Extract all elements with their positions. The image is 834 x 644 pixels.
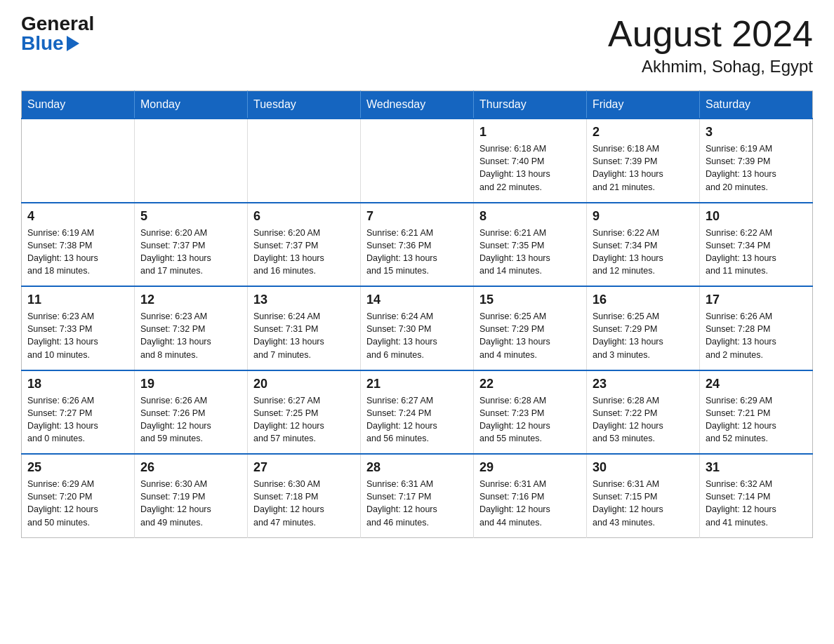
calendar-cell: 15Sunrise: 6:25 AMSunset: 7:29 PMDayligh… [474, 286, 587, 370]
calendar-cell: 13Sunrise: 6:24 AMSunset: 7:31 PMDayligh… [248, 286, 361, 370]
day-info: Sunrise: 6:20 AMSunset: 7:37 PMDaylight:… [140, 227, 241, 278]
weekday-header-saturday: Saturday [700, 91, 813, 119]
calendar-cell: 27Sunrise: 6:30 AMSunset: 7:18 PMDayligh… [248, 454, 361, 537]
calendar-cell: 25Sunrise: 6:29 AMSunset: 7:20 PMDayligh… [22, 454, 135, 537]
day-number: 22 [479, 377, 581, 391]
calendar-cell: 6Sunrise: 6:20 AMSunset: 7:37 PMDaylight… [248, 203, 361, 287]
day-number: 31 [706, 460, 807, 475]
calendar-cell: 30Sunrise: 6:31 AMSunset: 7:15 PMDayligh… [587, 454, 700, 537]
page-header: General Blue August 2024 Akhmim, Sohag, … [21, 14, 813, 76]
day-number: 19 [140, 377, 241, 391]
day-info: Sunrise: 6:19 AMSunset: 7:38 PMDaylight:… [27, 227, 128, 278]
day-info: Sunrise: 6:28 AMSunset: 7:22 PMDaylight:… [593, 394, 694, 445]
calendar-cell: 28Sunrise: 6:31 AMSunset: 7:17 PMDayligh… [361, 454, 474, 537]
weekday-header-tuesday: Tuesday [248, 91, 361, 119]
calendar-cell: 9Sunrise: 6:22 AMSunset: 7:34 PMDaylight… [587, 203, 700, 287]
weekday-header-monday: Monday [135, 91, 248, 119]
day-info: Sunrise: 6:26 AMSunset: 7:28 PMDaylight:… [706, 310, 807, 361]
day-number: 17 [706, 293, 807, 307]
day-info: Sunrise: 6:21 AMSunset: 7:35 PMDaylight:… [479, 227, 581, 278]
calendar-cell: 11Sunrise: 6:23 AMSunset: 7:33 PMDayligh… [22, 286, 135, 370]
day-number: 1 [479, 125, 581, 140]
day-info: Sunrise: 6:31 AMSunset: 7:16 PMDaylight:… [479, 478, 581, 529]
logo-triangle-icon [67, 36, 79, 51]
weekday-header-friday: Friday [587, 91, 700, 119]
calendar-cell: 17Sunrise: 6:26 AMSunset: 7:28 PMDayligh… [700, 286, 813, 370]
calendar-cell: 12Sunrise: 6:23 AMSunset: 7:32 PMDayligh… [135, 286, 248, 370]
calendar-cell: 26Sunrise: 6:30 AMSunset: 7:19 PMDayligh… [135, 454, 248, 537]
calendar-cell: 29Sunrise: 6:31 AMSunset: 7:16 PMDayligh… [474, 454, 587, 537]
logo-blue-text: Blue [21, 34, 64, 53]
calendar-cell: 10Sunrise: 6:22 AMSunset: 7:34 PMDayligh… [700, 203, 813, 287]
day-number: 16 [593, 293, 694, 307]
day-number: 12 [140, 293, 241, 307]
weekday-header-sunday: Sunday [22, 91, 135, 119]
day-info: Sunrise: 6:24 AMSunset: 7:30 PMDaylight:… [366, 310, 468, 361]
logo-general-text: General [21, 14, 94, 34]
day-number: 26 [140, 460, 241, 475]
calendar-cell: 22Sunrise: 6:28 AMSunset: 7:23 PMDayligh… [474, 370, 587, 455]
calendar-header-row: SundayMondayTuesdayWednesdayThursdayFrid… [22, 91, 813, 119]
day-info: Sunrise: 6:26 AMSunset: 7:27 PMDaylight:… [27, 394, 128, 445]
day-number: 7 [366, 209, 468, 224]
day-info: Sunrise: 6:22 AMSunset: 7:34 PMDaylight:… [593, 227, 694, 278]
calendar-cell: 3Sunrise: 6:19 AMSunset: 7:39 PMDaylight… [700, 119, 813, 203]
day-info: Sunrise: 6:27 AMSunset: 7:25 PMDaylight:… [253, 394, 355, 445]
calendar-cell: 16Sunrise: 6:25 AMSunset: 7:29 PMDayligh… [587, 286, 700, 370]
month-year-title: August 2024 [608, 14, 813, 54]
day-number: 9 [593, 209, 694, 224]
day-info: Sunrise: 6:31 AMSunset: 7:17 PMDaylight:… [366, 478, 468, 529]
day-info: Sunrise: 6:18 AMSunset: 7:39 PMDaylight:… [593, 142, 694, 194]
calendar-cell: 4Sunrise: 6:19 AMSunset: 7:38 PMDaylight… [22, 203, 135, 287]
calendar-cell [361, 119, 474, 203]
day-info: Sunrise: 6:29 AMSunset: 7:20 PMDaylight:… [27, 478, 128, 529]
calendar-cell: 20Sunrise: 6:27 AMSunset: 7:25 PMDayligh… [248, 370, 361, 455]
day-info: Sunrise: 6:32 AMSunset: 7:14 PMDaylight:… [706, 478, 807, 529]
day-number: 11 [27, 293, 128, 307]
calendar-cell: 7Sunrise: 6:21 AMSunset: 7:36 PMDaylight… [361, 203, 474, 287]
day-info: Sunrise: 6:26 AMSunset: 7:26 PMDaylight:… [140, 394, 241, 445]
weekday-header-thursday: Thursday [474, 91, 587, 119]
calendar-week-row: 25Sunrise: 6:29 AMSunset: 7:20 PMDayligh… [22, 454, 813, 537]
calendar-cell: 18Sunrise: 6:26 AMSunset: 7:27 PMDayligh… [22, 370, 135, 455]
day-info: Sunrise: 6:23 AMSunset: 7:33 PMDaylight:… [27, 310, 128, 361]
calendar-cell: 31Sunrise: 6:32 AMSunset: 7:14 PMDayligh… [700, 454, 813, 537]
day-info: Sunrise: 6:24 AMSunset: 7:31 PMDaylight:… [253, 310, 355, 361]
calendar-week-row: 4Sunrise: 6:19 AMSunset: 7:38 PMDaylight… [22, 203, 813, 287]
calendar-week-row: 11Sunrise: 6:23 AMSunset: 7:33 PMDayligh… [22, 286, 813, 370]
day-number: 14 [366, 293, 468, 307]
day-number: 27 [253, 460, 355, 475]
calendar-cell [248, 119, 361, 203]
day-number: 23 [593, 377, 694, 391]
day-number: 28 [366, 460, 468, 475]
day-number: 18 [27, 377, 128, 391]
title-block: August 2024 Akhmim, Sohag, Egypt [608, 14, 813, 76]
logo: General Blue [21, 14, 94, 53]
calendar-cell: 1Sunrise: 6:18 AMSunset: 7:40 PMDaylight… [474, 119, 587, 203]
calendar-cell: 14Sunrise: 6:24 AMSunset: 7:30 PMDayligh… [361, 286, 474, 370]
location-subtitle: Akhmim, Sohag, Egypt [608, 57, 813, 76]
day-info: Sunrise: 6:30 AMSunset: 7:18 PMDaylight:… [253, 478, 355, 529]
calendar-cell [135, 119, 248, 203]
weekday-header-wednesday: Wednesday [361, 91, 474, 119]
day-number: 6 [253, 209, 355, 224]
calendar-cell: 19Sunrise: 6:26 AMSunset: 7:26 PMDayligh… [135, 370, 248, 455]
day-number: 3 [706, 125, 807, 140]
day-number: 24 [706, 377, 807, 391]
day-info: Sunrise: 6:27 AMSunset: 7:24 PMDaylight:… [366, 394, 468, 445]
calendar-cell: 23Sunrise: 6:28 AMSunset: 7:22 PMDayligh… [587, 370, 700, 455]
day-info: Sunrise: 6:30 AMSunset: 7:19 PMDaylight:… [140, 478, 241, 529]
calendar-cell [22, 119, 135, 203]
calendar-cell: 8Sunrise: 6:21 AMSunset: 7:35 PMDaylight… [474, 203, 587, 287]
day-number: 10 [706, 209, 807, 224]
day-info: Sunrise: 6:25 AMSunset: 7:29 PMDaylight:… [479, 310, 581, 361]
calendar-cell: 5Sunrise: 6:20 AMSunset: 7:37 PMDaylight… [135, 203, 248, 287]
day-number: 25 [27, 460, 128, 475]
day-info: Sunrise: 6:23 AMSunset: 7:32 PMDaylight:… [140, 310, 241, 361]
calendar-week-row: 18Sunrise: 6:26 AMSunset: 7:27 PMDayligh… [22, 370, 813, 455]
day-number: 29 [479, 460, 581, 475]
calendar-cell: 24Sunrise: 6:29 AMSunset: 7:21 PMDayligh… [700, 370, 813, 455]
calendar-week-row: 1Sunrise: 6:18 AMSunset: 7:40 PMDaylight… [22, 119, 813, 203]
day-number: 2 [593, 125, 694, 140]
day-info: Sunrise: 6:20 AMSunset: 7:37 PMDaylight:… [253, 227, 355, 278]
